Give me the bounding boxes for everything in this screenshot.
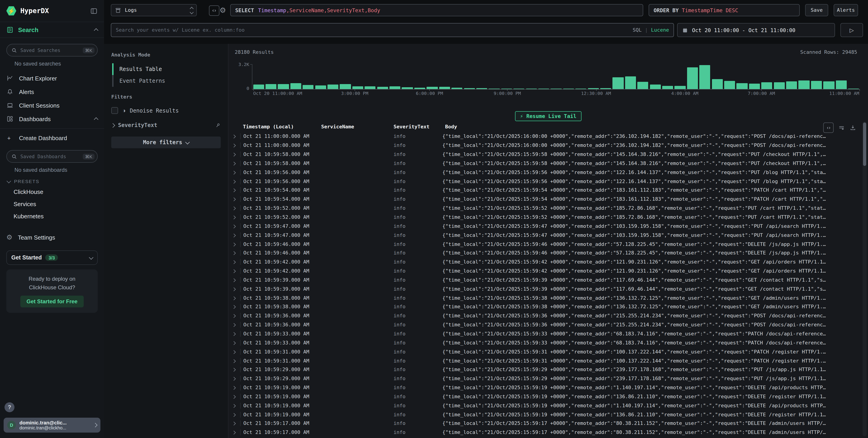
table-row[interactable]: Oct 21 10:59:46.000 AM info {"time_local… <box>228 248 861 258</box>
table-row[interactable]: Oct 21 10:59:38.000 AM info {"time_local… <box>228 302 861 311</box>
table-row[interactable]: Oct 21 10:59:52.000 AM info {"time_local… <box>228 204 861 213</box>
histogram-bar[interactable] <box>427 87 438 89</box>
row-expand-icon[interactable] <box>228 313 240 319</box>
histogram-bar[interactable] <box>365 86 376 89</box>
row-expand-icon[interactable] <box>228 411 240 417</box>
row-expand-icon[interactable] <box>228 430 240 436</box>
table-row[interactable]: Oct 21 10:59:36.000 AM info {"time_local… <box>228 320 861 329</box>
row-expand-icon[interactable] <box>228 151 240 157</box>
table-row[interactable]: Oct 21 10:59:56.000 AM info {"time_local… <box>228 177 861 186</box>
language-toggle[interactable]: SQL | Lucene <box>633 27 669 33</box>
table-row[interactable]: Oct 21 10:59:19.000 AM info {"time_local… <box>228 401 861 410</box>
table-row[interactable]: Oct 21 11:00:00.000 AM info {"time_local… <box>228 132 861 141</box>
more-filters-button[interactable]: More filters <box>111 136 221 148</box>
histogram-bar[interactable] <box>637 81 648 89</box>
histogram-bar[interactable] <box>675 86 685 89</box>
histogram-bar[interactable] <box>824 81 834 89</box>
histogram-bar[interactable] <box>737 83 747 89</box>
sidebar-item-dashboards[interactable]: Dashboards <box>0 112 104 126</box>
histogram-bar[interactable] <box>786 81 797 89</box>
mode-event-patterns[interactable]: Event Patterns <box>112 75 221 87</box>
table-row[interactable]: Oct 21 10:59:54.000 AM info {"time_local… <box>228 195 861 204</box>
column-header-severitytext[interactable]: SeverityText <box>391 124 442 130</box>
source-select[interactable]: Logs <box>111 4 197 16</box>
collapse-sidebar-icon[interactable] <box>90 7 98 15</box>
search-input[interactable]: Search your events w/ Lucene ex. column:… <box>111 23 674 37</box>
table-row[interactable]: Oct 21 10:59:46.000 AM info {"time_local… <box>228 240 861 248</box>
histogram-bar[interactable] <box>799 80 809 89</box>
row-expand-icon[interactable] <box>228 250 240 256</box>
row-expand-icon[interactable] <box>228 188 240 193</box>
sidebar-item-team-settings[interactable]: ⚙ Team Settings <box>0 231 104 244</box>
get-started-dropdown[interactable]: Get Started 3/3 <box>6 250 98 265</box>
table-row[interactable]: Oct 21 10:59:58.000 AM info {"time_local… <box>228 150 861 159</box>
denoise-results-row[interactable]: ◑ Denoise Results <box>111 107 221 114</box>
scrollbar-thumb[interactable] <box>863 123 866 166</box>
row-expand-icon[interactable] <box>228 161 240 166</box>
histogram-bar[interactable] <box>724 81 735 89</box>
histogram-bar[interactable] <box>266 84 276 89</box>
help-button[interactable]: ? <box>4 402 14 412</box>
row-expand-icon[interactable] <box>228 385 240 391</box>
row-expand-icon[interactable] <box>228 259 240 265</box>
save-button[interactable]: Save <box>805 4 828 16</box>
table-row[interactable]: Oct 21 10:59:56.000 AM info {"time_local… <box>228 168 861 177</box>
histogram-bar[interactable] <box>836 81 846 89</box>
table-row[interactable]: Oct 21 10:59:47.000 AM info {"time_local… <box>228 222 861 231</box>
row-expand-icon[interactable] <box>228 134 240 139</box>
row-expand-icon[interactable] <box>228 349 240 355</box>
row-expand-icon[interactable] <box>228 394 240 400</box>
table-row[interactable]: Oct 21 10:59:29.000 AM info {"time_local… <box>228 365 861 374</box>
histogram-bar[interactable] <box>749 83 760 89</box>
table-row[interactable]: Oct 21 10:59:29.000 AM info {"time_local… <box>228 374 861 383</box>
table-row[interactable]: Oct 21 10:59:42.000 AM info {"time_local… <box>228 266 861 275</box>
row-expand-icon[interactable] <box>228 196 240 202</box>
table-row[interactable]: Oct 21 11:00:00.000 AM info {"time_local… <box>228 141 861 150</box>
language-lucene[interactable]: Lucene <box>651 27 669 33</box>
histogram-bar[interactable] <box>699 65 710 89</box>
alerts-button[interactable]: Alerts <box>834 4 858 16</box>
row-expand-icon[interactable] <box>228 367 240 373</box>
table-row[interactable]: Oct 21 10:59:19.000 AM info {"time_local… <box>228 392 861 401</box>
table-row[interactable]: Oct 21 10:59:31.000 AM info {"time_local… <box>228 347 861 357</box>
table-row[interactable]: Oct 21 10:59:54.000 AM info {"time_local… <box>228 186 861 195</box>
histogram-bar[interactable] <box>315 86 326 89</box>
denoise-checkbox[interactable] <box>111 107 118 114</box>
sidebar-item-chart-explorer[interactable]: Chart Explorer <box>0 71 104 85</box>
table-row[interactable]: Oct 21 10:59:42.000 AM info {"time_local… <box>228 258 861 267</box>
row-expand-icon[interactable] <box>228 295 240 301</box>
sidebar-item-client-sessions[interactable]: Client Sessions <box>0 99 104 112</box>
histogram-bar[interactable] <box>278 84 289 89</box>
histogram-bar[interactable] <box>650 85 661 89</box>
get-started-free-button[interactable]: Get Started for Free <box>20 296 84 307</box>
select-columns-input[interactable]: SELECT Timestamp,ServiceName,SeverityTex… <box>230 4 643 16</box>
histogram-bar[interactable] <box>439 87 450 89</box>
histogram-bar[interactable] <box>613 77 623 89</box>
row-expand-icon[interactable] <box>228 143 240 148</box>
row-expand-icon[interactable] <box>228 232 240 238</box>
row-expand-icon[interactable] <box>228 223 240 229</box>
row-expand-icon[interactable] <box>228 340 240 346</box>
row-expand-icon[interactable] <box>228 241 240 247</box>
table-row[interactable]: Oct 21 10:59:52.000 AM info {"time_local… <box>228 213 861 222</box>
column-header-body[interactable]: Body <box>442 124 861 130</box>
user-account-card[interactable]: D dominic.tran@clic... dominic.tran@clic… <box>4 418 100 433</box>
row-expand-icon[interactable] <box>228 169 240 175</box>
preset-services[interactable]: Services <box>0 198 104 210</box>
histogram-bar[interactable] <box>811 81 822 89</box>
sidebar-item-alerts[interactable]: Alerts <box>0 85 104 99</box>
histogram-bar[interactable] <box>328 85 338 89</box>
column-header-timestamp[interactable]: Timestamp (Local) <box>240 124 318 130</box>
results-histogram[interactable] <box>252 64 860 90</box>
run-query-button[interactable]: ▷ <box>840 23 863 37</box>
table-row[interactable]: Oct 21 10:59:47.000 AM info {"time_local… <box>228 231 861 240</box>
table-row[interactable]: Oct 21 10:59:36.000 AM info {"time_local… <box>228 311 861 321</box>
saved-searches-input[interactable]: Saved Searches ⌘K <box>6 44 98 57</box>
row-expand-icon[interactable] <box>228 178 240 184</box>
language-sql[interactable]: SQL <box>633 27 642 33</box>
row-expand-icon[interactable] <box>228 205 240 211</box>
column-header-servicename[interactable]: ServiceName <box>318 124 391 130</box>
row-expand-icon[interactable] <box>228 376 240 381</box>
row-expand-icon[interactable] <box>228 403 240 408</box>
row-expand-icon[interactable] <box>228 322 240 328</box>
